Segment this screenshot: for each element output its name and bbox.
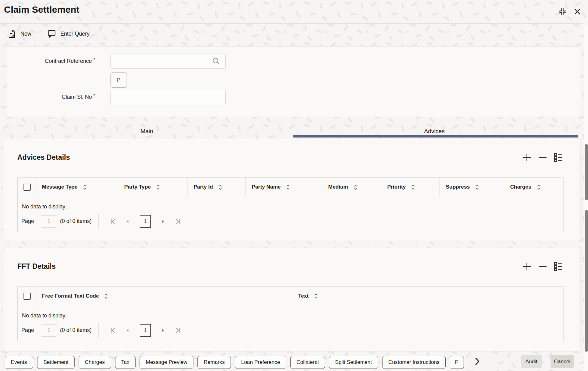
action-toolbar: New Enter Query (8, 27, 89, 40)
loan-preference-button[interactable]: Loan Preference (235, 356, 286, 369)
sort-icon (83, 185, 87, 190)
sort-icon (475, 185, 479, 190)
vertical-scrollbar-thumb[interactable] (585, 144, 588, 200)
enter-query-button[interactable]: Enter Query (47, 30, 89, 38)
column-header-party-name[interactable]: Party Name (245, 178, 322, 197)
column-header-free-format-text-code[interactable]: Free Format Text Code (36, 287, 292, 306)
chevron-right-icon (473, 357, 481, 366)
message-preview-button[interactable]: Message Preview (140, 356, 193, 369)
column-header-party-id[interactable]: Party Id (187, 178, 245, 197)
tax-button[interactable]: Tax (115, 356, 136, 369)
settlement-button[interactable]: Settlement (37, 356, 75, 369)
current-page-indicator[interactable]: 1 (140, 215, 151, 228)
restore-window-button[interactable] (558, 7, 567, 16)
sort-icon (218, 185, 223, 190)
remarks-button[interactable]: Remarks (197, 356, 231, 369)
events-button[interactable]: Events (5, 356, 33, 369)
sort-icon (411, 185, 415, 190)
column-header-priority[interactable]: Priority (381, 178, 439, 197)
plus-icon (522, 153, 532, 162)
vertical-scrollbar-thumb[interactable] (585, 210, 588, 352)
scroll-buttons-right-button[interactable] (473, 357, 481, 366)
minus-icon (538, 262, 547, 271)
fft-empty-message: No data to display. (18, 306, 563, 320)
sort-icon (314, 294, 318, 299)
sort-icon (104, 294, 108, 299)
fft-grid: Free Format Text Code Text No data to di… (17, 286, 564, 341)
p-button[interactable]: P (110, 72, 127, 88)
plus-icon (522, 262, 532, 271)
advices-empty-message: No data to display. (18, 197, 563, 211)
current-page-indicator[interactable]: 1 (140, 324, 151, 337)
audit-button[interactable]: Audit (521, 355, 542, 368)
previous-page-button[interactable] (125, 219, 131, 224)
add-row-button[interactable] (522, 262, 532, 271)
claim-sl-no-label: Claim Sl. No* (7, 93, 95, 100)
title-divider (0, 23, 583, 24)
items-count: (0 of 0 items) (60, 327, 92, 334)
first-page-button[interactable] (110, 219, 116, 224)
charges-button[interactable]: Charges (79, 356, 111, 369)
enter-query-button-label: Enter Query (60, 31, 89, 37)
column-header-charges[interactable]: Charges (504, 178, 564, 197)
detail-list-icon (554, 262, 563, 271)
page-number-input[interactable] (41, 215, 57, 228)
claim-sl-no-input[interactable] (110, 90, 226, 105)
advices-details-panel: Advices Details (3, 139, 581, 241)
truncated-footer-button[interactable]: F (450, 356, 464, 369)
next-page-icon (160, 219, 166, 224)
delete-row-button[interactable] (538, 153, 547, 162)
split-settlement-button[interactable]: Split Settlement (329, 356, 378, 369)
items-count: (0 of 0 items) (60, 218, 92, 225)
last-page-button[interactable] (175, 219, 180, 224)
sort-icon (537, 185, 541, 190)
contract-reference-input[interactable] (110, 54, 226, 69)
sort-icon (353, 185, 358, 190)
single-view-button[interactable] (554, 153, 563, 162)
sort-icon (286, 185, 290, 190)
select-all-checkbox[interactable] (24, 293, 31, 300)
search-icon (212, 57, 220, 65)
claim-settlement-window: Claim Settlement (0, 0, 588, 371)
last-page-button[interactable] (175, 328, 180, 333)
customer-instructions-button[interactable]: Customer Instructions (382, 356, 446, 369)
fft-grid-tools (522, 262, 563, 271)
next-page-button[interactable] (160, 328, 166, 333)
active-tab-underline (293, 135, 578, 137)
close-window-button[interactable] (573, 8, 581, 15)
single-view-button[interactable] (554, 262, 563, 271)
required-marker: * (93, 57, 95, 63)
contract-reference-label: Contract Reference* (7, 57, 95, 64)
sort-icon (156, 185, 160, 190)
select-all-checkbox[interactable] (24, 184, 31, 191)
advices-pager: Page (0 of 0 items) 1 (18, 211, 563, 232)
new-button-label: New (20, 31, 31, 37)
claim-reference-form: Contract Reference* P Claim Sl. No* (7, 46, 580, 117)
footer-action-bar: Events Settlement Charges Tax Message Pr… (0, 353, 583, 371)
tab-bar: Main Advices (3, 124, 578, 139)
delete-row-button[interactable] (538, 262, 547, 271)
column-header-message-type[interactable]: Message Type (36, 178, 118, 197)
first-page-icon (110, 328, 116, 333)
next-page-button[interactable] (160, 219, 166, 224)
tab-main[interactable]: Main (3, 124, 291, 139)
contract-reference-lov-button[interactable] (212, 57, 220, 65)
page-number-input[interactable] (41, 324, 57, 337)
cancel-button[interactable]: Cancel (551, 355, 574, 368)
unmaximize-icon (558, 7, 567, 16)
fft-header-row: Free Format Text Code Text (18, 287, 564, 306)
column-header-medium[interactable]: Medium (322, 178, 381, 197)
column-header-party-type[interactable]: Party Type (118, 178, 187, 197)
first-page-button[interactable] (110, 328, 116, 333)
previous-page-icon (125, 219, 131, 224)
column-header-text[interactable]: Text (292, 287, 564, 306)
minus-icon (538, 153, 547, 162)
pager-divider (98, 214, 99, 229)
new-button[interactable]: New (8, 29, 31, 38)
column-header-suppress[interactable]: Suppress (439, 178, 504, 197)
add-row-button[interactable] (522, 153, 532, 162)
new-document-icon (8, 29, 16, 38)
previous-page-button[interactable] (125, 328, 131, 333)
first-page-icon (110, 219, 116, 224)
collateral-button[interactable]: Collateral (290, 356, 325, 369)
